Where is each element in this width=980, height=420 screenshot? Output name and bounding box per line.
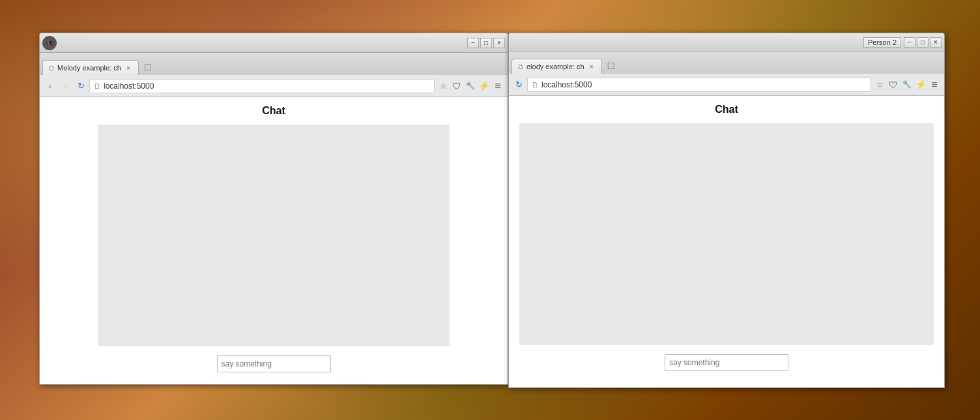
chat-title-2: Chat xyxy=(715,104,738,115)
tab-favicon-1: 🗋 xyxy=(48,65,55,72)
address-bar-2: ↻ 🗋 localhost:5000 ☆ 🛡 🔧 ⚡ ≡ xyxy=(509,74,944,96)
page-content-1: Chat xyxy=(40,97,508,384)
sync-icon-1[interactable]: ⚡ xyxy=(478,80,490,92)
close-btn-2[interactable]: × xyxy=(930,37,942,48)
sync-icon-2[interactable]: ⚡ xyxy=(915,79,927,91)
chat-area-1 xyxy=(98,125,450,346)
refresh-btn-1[interactable]: ↻ xyxy=(75,80,87,92)
title-bar-1: 🎩 − □ × xyxy=(40,33,508,53)
browser-window-2: Person 2 − □ × 🗋 elody example: ch × □ ↻… xyxy=(508,33,945,388)
windows-container: 🎩 − □ × 🗋 Melody example: ch × □ ‹ › ↻ xyxy=(0,0,980,420)
refresh-btn-2[interactable]: ↻ xyxy=(513,79,525,91)
tab-title-2: elody example: ch xyxy=(526,63,584,70)
url-bar-2[interactable]: 🗋 localhost:5000 xyxy=(527,78,871,92)
star-icon-2[interactable]: ☆ xyxy=(874,79,886,91)
tab-bar-2: 🗋 elody example: ch × □ xyxy=(509,52,944,74)
person2-label: Person 2 xyxy=(863,37,901,48)
chat-input-container-2 xyxy=(519,354,934,371)
url-page-icon-1: 🗋 xyxy=(94,82,101,90)
star-icon-1[interactable]: ☆ xyxy=(437,80,449,92)
page-content-2: Chat xyxy=(509,96,944,387)
window-controls-2: − □ × xyxy=(904,37,942,48)
chat-input-1[interactable] xyxy=(217,355,331,372)
new-tab-btn-1[interactable]: □ xyxy=(140,59,156,75)
tab-title-1: Melody example: ch xyxy=(57,64,121,72)
new-tab-btn-2[interactable]: □ xyxy=(603,58,619,74)
tab-close-2[interactable]: × xyxy=(587,62,596,71)
address-bar-1: ‹ › ↻ 🗋 localhost:5000 ☆ 🛡 🔧 ⚡ ≡ xyxy=(40,75,508,97)
tab-1[interactable]: 🗋 Melody example: ch × xyxy=(42,60,139,75)
chat-area-2 xyxy=(519,123,934,345)
url-text-2: localhost:5000 xyxy=(541,80,592,89)
forward-btn-1[interactable]: › xyxy=(59,80,72,93)
browser-window-1: 🎩 − □ × 🗋 Melody example: ch × □ ‹ › ↻ xyxy=(39,33,508,385)
chat-input-2[interactable] xyxy=(665,354,788,371)
tab-favicon-2: 🗋 xyxy=(517,63,524,70)
menu-icon-2[interactable]: ≡ xyxy=(929,79,940,91)
tab-bar-1: 🗋 Melody example: ch × □ xyxy=(40,53,508,75)
url-bar-1[interactable]: 🗋 localhost:5000 xyxy=(89,79,435,93)
minimize-btn-1[interactable]: − xyxy=(467,38,479,48)
minimize-btn-2[interactable]: − xyxy=(904,37,915,48)
tab-close-1[interactable]: × xyxy=(124,63,133,72)
menu-icon-1[interactable]: ≡ xyxy=(492,80,504,92)
address-actions-2: ☆ 🛡 🔧 ⚡ ≡ xyxy=(874,79,940,91)
shield-icon-1[interactable]: 🛡 xyxy=(451,80,463,92)
address-actions-1: ☆ 🛡 🔧 ⚡ ≡ xyxy=(437,80,504,92)
tools-icon-2[interactable]: 🔧 xyxy=(901,79,913,91)
close-btn-1[interactable]: × xyxy=(493,38,505,48)
tools-icon-1[interactable]: 🔧 xyxy=(465,80,476,92)
window-controls-1: − □ × xyxy=(467,38,505,48)
title-bar-2: Person 2 − □ × xyxy=(509,33,944,52)
tab-2[interactable]: 🗋 elody example: ch × xyxy=(512,59,602,74)
browser-logo-1: 🎩 xyxy=(42,36,57,50)
shield-icon-2[interactable]: 🛡 xyxy=(887,79,899,91)
maximize-btn-1[interactable]: □ xyxy=(480,38,492,48)
url-text-1: localhost:5000 xyxy=(104,82,154,91)
chat-input-container-1 xyxy=(50,355,497,372)
url-page-icon-2: 🗋 xyxy=(532,81,539,89)
chat-title-1: Chat xyxy=(262,105,285,117)
maximize-btn-2[interactable]: □ xyxy=(917,37,929,48)
back-btn-1[interactable]: ‹ xyxy=(44,80,57,93)
